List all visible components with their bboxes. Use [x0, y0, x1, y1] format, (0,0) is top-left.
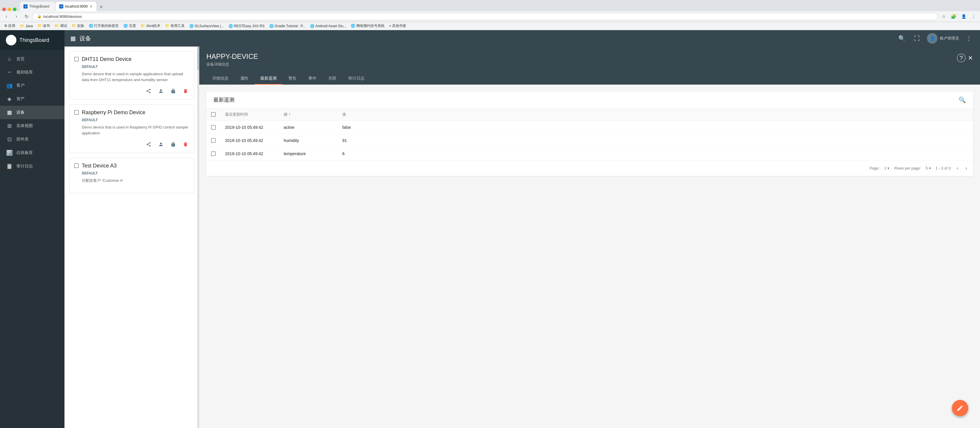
- bookmark-rest[interactable]: 🌐 RESTEasy JAX-RS: [227, 24, 266, 29]
- detail-device-subtitle: 设备详细信息: [206, 62, 258, 67]
- avatar[interactable]: 👤: [927, 33, 937, 44]
- browser-tab-1[interactable]: ⚙ ThingsBoard: [20, 2, 55, 11]
- sidebar-item-assets[interactable]: ◈ 资产: [0, 92, 64, 106]
- bookmark-apps[interactable]: ⚙ 应用: [2, 23, 17, 29]
- sidebar-item-audit[interactable]: 📋 审计日志: [0, 160, 64, 173]
- sidebar-item-widgets[interactable]: ⊡ 部件库: [0, 133, 64, 146]
- url-text: localhost:9090/devices: [43, 14, 82, 19]
- device-card-dht11: DHT11 Demo Device DEFAULT Demo device th…: [69, 51, 194, 100]
- main-area: ▦ 设备 🔍 ⛶ 👤 租户管理员 ⋮: [64, 30, 980, 428]
- topbar-more-btn[interactable]: ⋮: [964, 33, 974, 44]
- bookmark-baidu[interactable]: 🌐 百度: [122, 23, 137, 29]
- dht11-assign-btn[interactable]: [157, 87, 165, 95]
- raspberry-credentials-btn[interactable]: [169, 141, 177, 148]
- prev-page-btn[interactable]: ‹: [955, 164, 959, 173]
- tab-audit[interactable]: 审计日志: [342, 73, 371, 85]
- logo-icon: ⚙: [6, 35, 16, 45]
- sidebar-label-customers: 客户: [16, 83, 25, 88]
- bookmark-java-tech[interactable]: 📁 Java技术: [139, 23, 162, 29]
- dht11-card-header: DHT11 Demo Device: [74, 56, 189, 62]
- avatar-icon: 👤: [930, 36, 935, 41]
- browser-tab-active[interactable]: ⚙ localhost:9090 ✕: [56, 2, 96, 11]
- bookmark-experiment[interactable]: 📁 实验: [70, 23, 86, 29]
- bookmark-java[interactable]: 📁 Java: [18, 24, 35, 29]
- row3-checkbox[interactable]: [211, 151, 216, 156]
- row3-key: temperature: [279, 147, 337, 160]
- page-dropdown-icon: ▾: [888, 166, 889, 170]
- bookmark-more[interactable]: » 其他书签: [387, 23, 408, 29]
- dht11-checkbox[interactable]: [74, 57, 79, 62]
- row1-checkbox[interactable]: [211, 125, 216, 130]
- new-tab-btn[interactable]: +: [97, 3, 105, 11]
- topbar-actions: 🔍 ⛶ 👤 租户管理员 ⋮: [896, 33, 974, 44]
- sidebar-item-home[interactable]: ⌂ 首页: [0, 52, 64, 66]
- dht11-delete-btn[interactable]: [182, 87, 189, 95]
- profile-btn[interactable]: 👤: [959, 12, 968, 21]
- sidebar-item-dashboards[interactable]: 📊 仪表板库: [0, 146, 64, 160]
- minimize-window-btn[interactable]: [8, 8, 11, 11]
- dht11-credentials-btn[interactable]: [169, 87, 177, 95]
- raspberry-delete-btn[interactable]: [182, 141, 189, 148]
- bookmark-tools[interactable]: 📁 有用工具: [163, 23, 186, 29]
- row2-checkbox-cell: [206, 134, 220, 147]
- bookmarks-bar: ⚙ 应用 📁 Java 📁 读书 📁 调试 📁 实验 🌐 打开新的标签页 🌐 百…: [0, 22, 980, 30]
- bookmark-gl[interactable]: 🌐 GLSurfaceView |...: [188, 24, 226, 29]
- tab-alarms[interactable]: 警告: [283, 73, 302, 85]
- bookmark-newtab[interactable]: 🌐 打开新的标签页: [87, 23, 121, 29]
- tab-telemetry[interactable]: 最新遥测: [255, 73, 283, 85]
- detail-header-actions: ? ✕: [957, 54, 973, 62]
- fab-edit-btn[interactable]: [952, 400, 968, 416]
- help-btn[interactable]: ?: [957, 54, 966, 62]
- bookmark-star-btn[interactable]: ☆: [940, 12, 948, 21]
- rows-per-page-select[interactable]: 5 ▾: [926, 166, 931, 170]
- sidebar-item-devices[interactable]: ▦ 设备: [0, 106, 64, 119]
- scrollbar[interactable]: [197, 46, 199, 428]
- sidebar-item-rules[interactable]: ↔ 规则链库: [0, 66, 64, 79]
- maximize-window-btn[interactable]: [13, 8, 16, 11]
- rows-dropdown-icon: ▾: [929, 166, 931, 170]
- tab-label-active: localhost:9090: [65, 5, 88, 8]
- th-time: 最后更新时间: [220, 108, 279, 121]
- row1-time: 2019-10-10 05:49:42: [220, 121, 279, 134]
- table-row: 2019-10-10 05:49:42 temperature 6: [206, 147, 973, 160]
- dht11-share-btn[interactable]: [145, 87, 153, 95]
- next-page-btn[interactable]: ›: [964, 164, 968, 173]
- detail-panel: HAPPY-DEVICE 设备详细信息 ? ✕ 详细信息 属性 最新遥测 警告: [199, 46, 980, 428]
- page-select[interactable]: 1 ▾: [884, 166, 889, 170]
- telemetry-search-btn[interactable]: 🔍: [959, 96, 966, 103]
- topbar-devices-icon: ▦: [70, 35, 76, 42]
- bookmark-hospital[interactable]: 🌐 网络预约挂号系统: [349, 23, 386, 29]
- dht11-type: DEFAULT: [74, 65, 189, 69]
- topbar-fullscreen-btn[interactable]: ⛶: [912, 33, 922, 44]
- bookmark-debug[interactable]: 📁 调试: [53, 23, 68, 29]
- tab-attributes[interactable]: 属性: [234, 73, 255, 85]
- back-btn[interactable]: ‹: [2, 12, 11, 21]
- close-window-btn[interactable]: [2, 8, 6, 11]
- tab-close-btn[interactable]: ✕: [89, 4, 93, 9]
- page-label: Page:: [870, 166, 880, 170]
- tab-events[interactable]: 事件: [302, 73, 322, 85]
- testa3-checkbox[interactable]: [74, 163, 79, 168]
- sidebar-item-entityviews[interactable]: ⊞ 实体视图: [0, 119, 64, 133]
- sidebar-item-customers[interactable]: 👥 客户: [0, 79, 64, 92]
- bookmark-gradle[interactable]: 🌐 Gradle Tutorial : P...: [267, 24, 307, 29]
- address-bar[interactable]: 🔒 localhost:9090/devices: [32, 13, 938, 20]
- row2-checkbox[interactable]: [211, 138, 216, 143]
- topbar-search-btn[interactable]: 🔍: [896, 33, 907, 44]
- refresh-btn[interactable]: ↻: [22, 12, 30, 21]
- raspberry-share-btn[interactable]: [145, 141, 153, 148]
- forward-btn[interactable]: ›: [12, 12, 21, 21]
- assets-icon: ◈: [6, 96, 13, 102]
- more-btn[interactable]: ⋮: [969, 12, 978, 21]
- select-all-checkbox[interactable]: [211, 112, 216, 117]
- bookmark-reading[interactable]: 📁 读书: [36, 23, 52, 29]
- bookmark-android[interactable]: 🌐 Android Asset Stu...: [308, 24, 348, 29]
- tab-details[interactable]: 详细信息: [206, 73, 234, 85]
- close-detail-btn[interactable]: ✕: [968, 54, 973, 62]
- raspberry-assign-btn[interactable]: [157, 141, 165, 148]
- customers-icon: 👥: [6, 82, 13, 89]
- sort-asc-icon[interactable]: ↑: [289, 112, 291, 117]
- raspberry-checkbox[interactable]: [74, 110, 79, 115]
- extensions-btn[interactable]: 🧩: [950, 12, 958, 21]
- tab-relations[interactable]: 关联: [322, 73, 342, 85]
